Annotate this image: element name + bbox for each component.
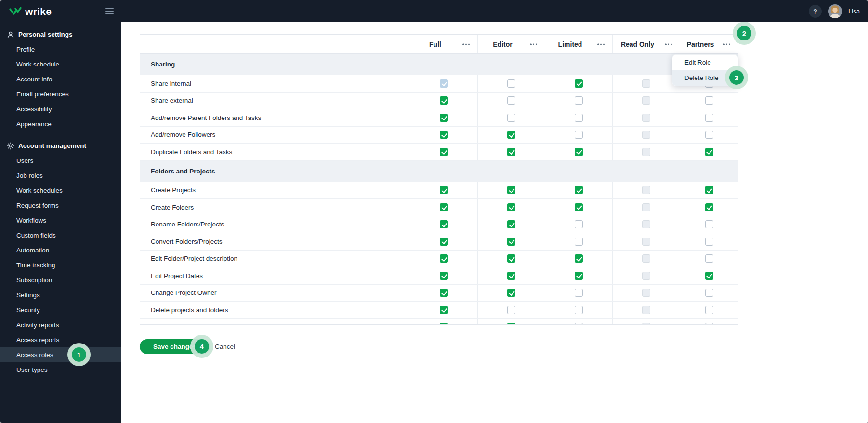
sidebar-item-email-preferences[interactable]: Email preferences — [0, 87, 121, 102]
checkbox-partners[interactable] — [705, 323, 713, 325]
sidebar-item-label: Accessibility — [16, 106, 52, 113]
sidebar-item-job-roles[interactable]: Job roles — [0, 168, 121, 183]
sidebar-item-custom-fields[interactable]: Custom fields — [0, 228, 121, 243]
checkbox-full[interactable] — [440, 238, 448, 246]
checkbox-full[interactable] — [440, 96, 448, 105]
ellipsis-icon-partners[interactable] — [722, 41, 731, 47]
user-avatar[interactable] — [828, 4, 842, 18]
checkbox-editor[interactable] — [507, 238, 515, 246]
checkbox-partners[interactable] — [705, 272, 713, 280]
sidebar-item-appearance[interactable]: Appearance — [0, 117, 121, 132]
wrike-logo[interactable]: wrike — [0, 6, 52, 17]
checkbox-partners[interactable] — [705, 220, 713, 228]
checkbox-limited[interactable] — [575, 148, 583, 156]
checkbox-full[interactable] — [440, 306, 448, 314]
checkbox-full[interactable] — [440, 203, 448, 212]
checkbox-editor[interactable] — [507, 114, 515, 122]
checkbox-limited[interactable] — [575, 186, 583, 194]
ellipsis-icon-limited[interactable] — [596, 41, 605, 47]
checkbox-partners[interactable] — [705, 238, 713, 246]
user-name: Lisa — [848, 8, 860, 15]
checkbox-cell-limited — [545, 251, 612, 267]
checkbox-editor[interactable] — [507, 323, 515, 325]
checkbox-full[interactable] — [440, 220, 448, 228]
checkbox-partners[interactable] — [705, 254, 713, 263]
checkbox-limited[interactable] — [575, 306, 583, 314]
checkbox-editor[interactable] — [507, 203, 515, 212]
checkbox-limited[interactable] — [575, 238, 583, 246]
checkbox-cell-editor — [477, 216, 545, 233]
sidebar-item-work-schedule[interactable]: Work schedule — [0, 57, 121, 72]
checkbox-limited[interactable] — [575, 220, 583, 228]
cancel-button[interactable]: Cancel — [211, 340, 239, 353]
checkbox-limited[interactable] — [575, 131, 583, 139]
sidebar-item-users[interactable]: Users — [0, 153, 121, 168]
checkbox-editor[interactable] — [507, 272, 515, 280]
checkbox-full[interactable] — [440, 148, 448, 156]
checkbox-partners[interactable] — [705, 306, 713, 314]
sidebar-item-account-info[interactable]: Account info — [0, 72, 121, 87]
checkbox-partners[interactable] — [705, 96, 713, 105]
hamburger-menu-icon[interactable] — [105, 8, 114, 14]
checkbox-editor[interactable] — [507, 131, 515, 139]
checkbox-limited[interactable] — [575, 272, 583, 280]
checkbox-partners[interactable] — [705, 148, 713, 156]
sidebar-item-automation[interactable]: Automation — [0, 243, 121, 258]
checkbox-limited[interactable] — [575, 79, 583, 88]
sidebar-item-label: Appearance — [16, 120, 52, 128]
permission-row: Edit Folder/Project description — [140, 251, 738, 268]
checkbox-limited[interactable] — [575, 323, 583, 325]
menu-item-delete-role[interactable]: Delete Role — [672, 70, 738, 86]
checkbox-full[interactable] — [440, 254, 448, 263]
checkbox-editor[interactable] — [507, 96, 515, 105]
checkbox-full[interactable] — [440, 289, 448, 297]
checkbox-editor[interactable] — [507, 186, 515, 194]
checkbox-read-only — [642, 254, 650, 263]
checkbox-limited[interactable] — [575, 114, 583, 122]
checkbox-cell-limited — [545, 75, 612, 92]
column-header-label: Limited — [558, 40, 582, 48]
checkbox-full[interactable] — [440, 272, 448, 280]
checkbox-cell-full — [410, 233, 477, 250]
checkbox-editor[interactable] — [507, 220, 515, 228]
checkbox-editor[interactable] — [507, 306, 515, 314]
sidebar-item-settings[interactable]: Settings — [0, 288, 121, 303]
checkbox-limited[interactable] — [575, 289, 583, 297]
checkbox-editor[interactable] — [507, 289, 515, 297]
sidebar-item-time-tracking[interactable]: Time tracking — [0, 258, 121, 273]
checkbox-cell-read-only — [612, 267, 680, 284]
checkbox-partners[interactable] — [705, 131, 713, 139]
menu-item-edit-role[interactable]: Edit Role — [672, 55, 738, 70]
sidebar-item-accessibility[interactable]: Accessibility — [0, 102, 121, 117]
ellipsis-icon-editor[interactable] — [529, 41, 538, 47]
checkbox-limited[interactable] — [575, 96, 583, 105]
checkbox-editor[interactable] — [507, 79, 515, 88]
sidebar-item-access-reports[interactable]: Access reports — [0, 332, 121, 347]
checkbox-cell-full — [410, 93, 477, 109]
checkbox-partners[interactable] — [705, 186, 713, 194]
ellipsis-icon-full[interactable] — [461, 41, 471, 47]
checkbox-editor[interactable] — [507, 148, 515, 156]
checkbox-partners[interactable] — [705, 114, 713, 122]
help-icon[interactable]: ? — [809, 5, 822, 18]
sidebar-item-label: Subscription — [16, 277, 52, 284]
sidebar-item-workflows[interactable]: Workflows — [0, 213, 121, 228]
checkbox-editor[interactable] — [507, 254, 515, 263]
ellipsis-icon-read-only[interactable] — [664, 41, 673, 47]
checkbox-limited[interactable] — [575, 203, 583, 212]
sidebar-item-activity-reports[interactable]: Activity reports — [0, 317, 121, 332]
sidebar-item-subscription[interactable]: Subscription — [0, 273, 121, 288]
sidebar-item-work-schedules[interactable]: Work schedules — [0, 183, 121, 198]
checkbox-partners[interactable] — [705, 289, 713, 297]
checkbox-full[interactable] — [440, 186, 448, 194]
sidebar-item-request-forms[interactable]: Request forms — [0, 198, 121, 213]
checkbox-limited[interactable] — [575, 254, 583, 263]
sidebar-item-profile[interactable]: Profile — [0, 42, 121, 57]
sidebar-item-user-types[interactable]: User types — [0, 362, 121, 377]
checkbox-full[interactable] — [440, 323, 448, 325]
checkbox-partners[interactable] — [705, 203, 713, 212]
checkbox-full[interactable] — [440, 131, 448, 139]
sidebar-item-security[interactable]: Security — [0, 303, 121, 317]
sidebar-item-access-roles[interactable]: Access roles — [0, 347, 121, 362]
checkbox-full[interactable] — [440, 114, 448, 122]
